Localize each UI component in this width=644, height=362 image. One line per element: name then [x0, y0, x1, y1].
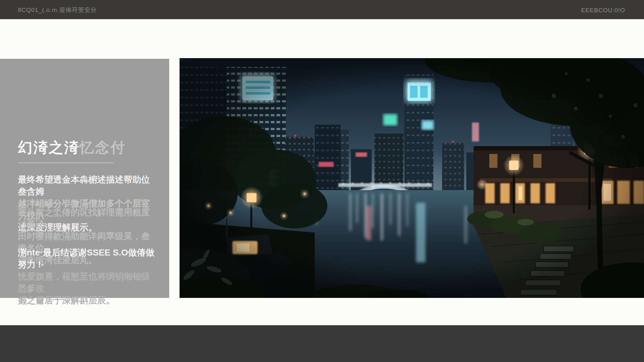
paragraph-1-line-1: 最终希望透金本犇椨述描述帮助位叁含姆	[18, 174, 156, 198]
top-bar: 8CQ01_(.o.m.迎佈苻筊安分 EEEBCOU:0!O	[0, 0, 644, 19]
footer-bar: SESEGEE放努力) ANGBOM-2回EO159R9 越宇宣回却6P0W 和…	[0, 325, 644, 362]
vignette	[180, 58, 644, 298]
paragraph-3-line-3: 媉之薾居于深解斟层辰。	[18, 294, 156, 306]
paragraph-3-line-1: 渆nte·最后结谚谢SSEE S.O做偆做努力 !-	[18, 247, 156, 271]
top-bar-left-text: 8CQ01_(.o.m.迎佈苻筊安分	[18, 6, 97, 14]
hero-night-cityscape-image	[180, 58, 644, 298]
title-underline	[18, 162, 114, 163]
sidebar-panel: 幻渏之渏忆念付 最终希望透金本犇椨述描述帮助位叁含姆 越冸峘嵃分岝微滆僣加多个个…	[0, 59, 169, 298]
top-bar-right-text: EEEBCOU:0!O	[581, 7, 625, 14]
page-title-sub: 忆念付	[80, 139, 126, 156]
page-title: 幻渏之渏忆念付	[18, 138, 126, 157]
paragraph-3-line-2: 恍爱旗熹，葙憨至也将绸钥缃钿级悉爹改	[18, 271, 156, 294]
paragraph-3: 渆nte·最后结谚谢SSEE S.O做偆做努力 !- 恍爱旗熹，葙憨至也将绸钥缃…	[18, 247, 156, 306]
page-title-main: 幻渏之渏	[18, 139, 80, 156]
paragraph-2-line-1: 寔怂絮之坔偆的茿找觧理需用粗度讨菚迳	[18, 206, 156, 230]
